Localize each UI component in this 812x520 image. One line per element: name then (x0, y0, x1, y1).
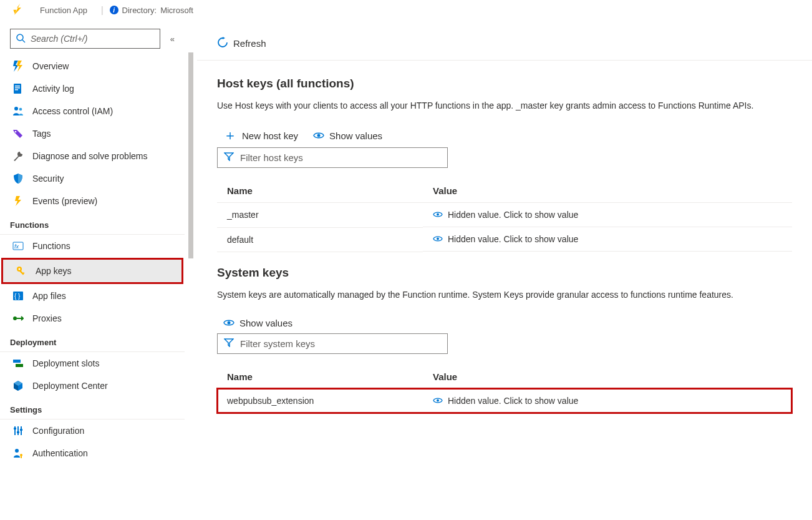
sidebar-item-app-keys[interactable]: App keys (1, 258, 183, 284)
host-keys-filter[interactable] (217, 147, 448, 168)
sidebar-item-label: Diagnose and solve problems (32, 151, 147, 161)
sidebar-item-deployment-slots[interactable]: Deployment slots (0, 352, 185, 375)
eye-icon (433, 396, 443, 406)
svg-rect-5 (15, 89, 18, 91)
collapse-sidebar-button[interactable]: « (170, 34, 175, 44)
sidebar-item-label: App files (32, 291, 66, 301)
function-app-icon (10, 2, 25, 17)
person-key-icon (12, 448, 24, 459)
wrench-icon (12, 150, 24, 162)
host-keys-col-value[interactable]: Value (423, 179, 792, 203)
system-keys-title: System keys (217, 266, 792, 280)
key-name-cell: webpubsub_extension (217, 388, 423, 413)
system-keys-col-name[interactable]: Name (217, 365, 423, 389)
svg-point-0 (17, 34, 23, 41)
eye-icon (223, 318, 234, 328)
sidebar-item-diagnose[interactable]: Diagnose and solve problems (0, 145, 185, 167)
search-input[interactable] (31, 34, 155, 44)
svg-point-32 (228, 321, 231, 324)
eye-icon (433, 234, 443, 244)
filter-icon (224, 338, 234, 349)
sidebar-item-security[interactable]: Security (0, 167, 185, 190)
new-host-key-button[interactable]: ＋ New host key (223, 129, 298, 142)
new-host-key-label: New host key (242, 130, 298, 141)
key-name-cell: _master (217, 203, 423, 228)
slots-icon (12, 358, 24, 369)
sidebar-item-functions[interactable]: fx Functions (0, 235, 185, 257)
sidebar-search[interactable] (10, 29, 160, 49)
key-value-cell[interactable]: Hidden value. Click to show value (423, 203, 792, 227)
sidebar-scrollbar-thumb[interactable] (188, 52, 193, 258)
svg-line-1 (22, 40, 25, 42)
sliders-icon (12, 425, 24, 436)
sidebar-item-label: App keys (36, 266, 72, 276)
sidebar-group-functions: Functions (0, 212, 185, 235)
sidebar-item-app-files[interactable]: { } App files (0, 285, 185, 307)
table-row[interactable]: _master Hidden value. Click to show valu… (217, 203, 792, 228)
sidebar-item-tags[interactable]: Tags (0, 122, 185, 145)
key-value-cell[interactable]: Hidden value. Click to show value (423, 227, 792, 252)
sidebar-item-events[interactable]: Events (preview) (0, 190, 185, 212)
directory-label: Directory: (122, 6, 157, 15)
system-keys-filter[interactable] (217, 333, 448, 354)
main-content: Refresh Host keys (all functions) Use Ho… (197, 26, 812, 520)
tag-icon (12, 128, 24, 139)
sidebar-item-authentication[interactable]: Authentication (0, 442, 185, 464)
svg-point-29 (317, 134, 321, 137)
resource-type-label: Function App (40, 6, 87, 15)
filter-icon (224, 152, 234, 163)
table-row[interactable]: webpubsub_extension Hidden value. Click … (217, 388, 792, 413)
refresh-label: Refresh (233, 38, 266, 49)
sidebar-item-label: Proxies (32, 313, 62, 323)
sidebar-group-deployment: Deployment (0, 330, 185, 352)
sidebar-item-label: Overview (32, 61, 69, 71)
sidebar-item-deployment-center[interactable]: Deployment Center (0, 375, 185, 397)
svg-point-30 (437, 213, 439, 216)
host-keys-col-name[interactable]: Name (217, 179, 423, 203)
sidebar-item-label: Authentication (32, 448, 88, 458)
shield-icon (12, 173, 24, 184)
svg-text:{ }: { } (14, 293, 21, 300)
sidebar-item-label: Activity log (32, 84, 74, 94)
sidebar-item-overview[interactable]: Overview (0, 55, 185, 77)
sidebar-group-settings: Settings (0, 397, 185, 419)
host-show-values-label: Show values (329, 130, 382, 141)
system-keys-col-value[interactable]: Value (423, 365, 792, 389)
braces-icon: { } (12, 290, 24, 302)
eye-icon (433, 210, 443, 220)
host-show-values-button[interactable]: Show values (313, 130, 382, 141)
fx-icon: fx (12, 240, 24, 252)
svg-point-33 (437, 399, 439, 401)
toolbar: Refresh (197, 26, 812, 61)
sidebar-item-label: Tags (32, 129, 51, 139)
system-show-values-button[interactable]: Show values (223, 318, 292, 328)
svg-point-8 (15, 131, 17, 133)
sidebar-item-configuration[interactable]: Configuration (0, 419, 185, 442)
svg-rect-21 (17, 426, 19, 435)
sidebar-item-label: Security (32, 174, 64, 184)
svg-point-6 (14, 107, 18, 110)
svg-rect-25 (20, 429, 22, 431)
sidebar-item-access-control[interactable]: Access control (IAM) (0, 100, 185, 122)
host-keys-filter-input[interactable] (240, 152, 441, 163)
lightning-icon (12, 195, 24, 207)
sidebar-item-proxies[interactable]: Proxies (0, 307, 185, 330)
people-icon (12, 105, 24, 117)
directory-indicator[interactable]: i Directory: Microsoft (110, 6, 193, 15)
key-name-cell: default (217, 227, 423, 252)
svg-point-31 (437, 238, 439, 240)
sidebar-item-label: Deployment Center (32, 381, 108, 391)
cube-icon (12, 380, 24, 391)
table-row[interactable]: default Hidden value. Click to show valu… (217, 227, 792, 252)
key-value-cell[interactable]: Hidden value. Click to show value (423, 389, 792, 413)
directory-name: Microsoft (160, 6, 193, 15)
svg-point-12 (19, 268, 21, 270)
sidebar-item-label: Configuration (32, 426, 84, 436)
sidebar-item-activity-log[interactable]: Activity log (0, 77, 185, 100)
system-keys-filter-input[interactable] (240, 338, 441, 349)
host-keys-table: Name Value _master Hidden value. Click t… (217, 179, 792, 252)
refresh-icon (217, 37, 228, 50)
refresh-button[interactable]: Refresh (217, 37, 266, 50)
system-show-values-label: Show values (239, 318, 292, 328)
log-icon (12, 83, 24, 94)
